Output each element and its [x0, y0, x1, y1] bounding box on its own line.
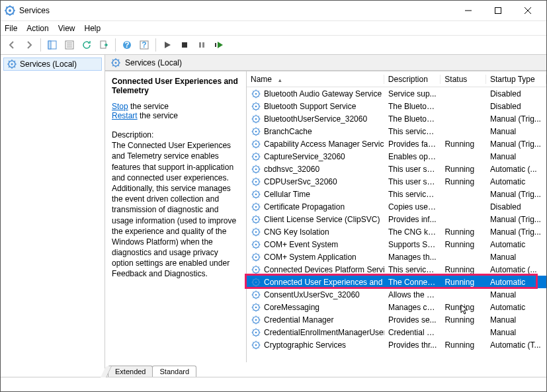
- table-row[interactable]: CNG Key IsolationThe CNG ke...RunningMan…: [247, 225, 546, 238]
- service-list: Name▴ Description Status Startup Type Bl…: [247, 71, 546, 362]
- tab-extended[interactable]: Extended: [108, 366, 153, 377]
- cell-name: CoreMessaging: [247, 302, 384, 313]
- table-row[interactable]: BranchCacheThis service ...Manual: [247, 125, 546, 137]
- cell-name: Client License Service (ClipSVC): [247, 214, 384, 225]
- cell-description: Manages co...: [384, 303, 441, 312]
- menu-file[interactable]: File: [5, 24, 17, 33]
- table-row[interactable]: BluetoothUserService_32060The Bluetoo...…: [247, 112, 546, 125]
- play-button[interactable]: [160, 38, 175, 52]
- table-row[interactable]: Capability Access Manager ServiceProvide…: [247, 137, 546, 150]
- pause-button[interactable]: [194, 38, 209, 52]
- service-icon: [251, 151, 261, 162]
- help2-button[interactable]: ?: [137, 38, 151, 52]
- tree-item-services-local[interactable]: Services (Local): [3, 58, 102, 71]
- restart-suffix: the service: [138, 111, 178, 120]
- cell-status: Running: [441, 340, 486, 350]
- stop-service-link[interactable]: Stop: [112, 102, 128, 111]
- cell-name: Cryptographic Services: [247, 340, 384, 350]
- table-row[interactable]: cbdhsvc_32060This user ser...RunningAuto…: [247, 163, 546, 175]
- stop-button[interactable]: [177, 38, 192, 52]
- table-row[interactable]: Bluetooth Audio Gateway ServiceService s…: [247, 87, 546, 100]
- table-row[interactable]: CaptureService_32060Enables opti...Manua…: [247, 150, 546, 163]
- cell-status: Running: [441, 278, 486, 287]
- cell-startup: Manual (Trig...: [486, 114, 546, 124]
- table-row[interactable]: Cellular TimeThis service ...Manual (Tri…: [247, 188, 546, 200]
- svg-point-38: [255, 206, 257, 208]
- cell-startup: Manual: [486, 290, 546, 299]
- cell-startup: Disabled: [486, 89, 546, 98]
- svg-rect-2: [495, 8, 501, 14]
- table-row[interactable]: COM+ System ApplicationManages th...Manu…: [247, 251, 546, 263]
- svg-rect-4: [48, 41, 51, 49]
- col-header-name[interactable]: Name▴: [247, 75, 384, 84]
- statusbar: [1, 377, 546, 391]
- cell-startup: Manual: [486, 253, 546, 262]
- cell-description: Manages th...: [384, 253, 441, 262]
- services-icon: [110, 58, 121, 68]
- close-button[interactable]: [513, 1, 542, 20]
- svg-point-42: [255, 231, 257, 233]
- table-row[interactable]: CredentialEnrollmentManagerUserSv...Cred…: [247, 326, 546, 338]
- menu-view[interactable]: View: [58, 24, 75, 33]
- menu-help[interactable]: Help: [85, 24, 101, 33]
- svg-point-20: [255, 93, 257, 95]
- cell-startup: Manual: [486, 315, 546, 325]
- svg-point-34: [255, 180, 257, 182]
- cell-name: Connected Devices Platform Service: [247, 264, 384, 275]
- properties-button[interactable]: [62, 38, 77, 52]
- svg-point-50: [255, 281, 257, 283]
- tabs: Extended Standard: [105, 362, 546, 377]
- maximize-button[interactable]: [483, 1, 513, 20]
- table-row[interactable]: CoreMessagingManages co...RunningAutomat…: [247, 301, 546, 313]
- cell-description: The Bluetoo...: [384, 114, 441, 124]
- export-button[interactable]: [97, 38, 111, 52]
- cell-startup: Automatic (T...: [486, 340, 546, 350]
- table-row[interactable]: ConsentUxUserSvc_32060Allows the s...Man…: [247, 288, 546, 301]
- list-body[interactable]: Bluetooth Audio Gateway ServiceService s…: [247, 87, 546, 362]
- restart-button[interactable]: [212, 38, 226, 52]
- col-header-status[interactable]: Status: [441, 75, 486, 84]
- table-row[interactable]: Cryptographic ServicesProvides thr...Run…: [247, 338, 546, 351]
- titlebar: Services: [1, 1, 546, 20]
- svg-point-30: [255, 155, 257, 157]
- table-row[interactable]: Certificate PropagationCopies user ...Di…: [247, 200, 546, 213]
- table-row[interactable]: COM+ Event SystemSupports Sy...RunningAu…: [247, 238, 546, 251]
- col-header-startup[interactable]: Startup Type: [486, 75, 546, 84]
- show-hide-tree-button[interactable]: [45, 38, 60, 52]
- cell-name: ConsentUxUserSvc_32060: [247, 290, 384, 300]
- cell-name: CNG Key Isolation: [247, 227, 384, 237]
- service-icon: [251, 126, 261, 137]
- cell-name: Cellular Time: [247, 189, 384, 200]
- main-header: Services (Local): [105, 55, 546, 71]
- svg-point-48: [255, 268, 257, 270]
- cell-startup: Automatic: [486, 303, 546, 312]
- table-row[interactable]: Bluetooth Support ServiceThe Bluetoo...D…: [247, 100, 546, 112]
- svg-rect-11: [182, 42, 187, 48]
- cell-name: Bluetooth Audio Gateway Service: [247, 89, 384, 99]
- table-row[interactable]: Client License Service (ClipSVC)Provides…: [247, 213, 546, 225]
- table-row[interactable]: CDPUserSvc_32060This user ser...RunningA…: [247, 175, 546, 188]
- menubar: File Action View Help: [1, 20, 546, 35]
- service-icon: [251, 302, 261, 313]
- desc-text: The Connected User Experiences and Telem…: [112, 140, 239, 279]
- refresh-button[interactable]: [79, 38, 94, 52]
- cell-description: The Bluetoo...: [384, 102, 441, 111]
- cell-startup: Automatic: [486, 240, 546, 249]
- table-row[interactable]: Connected Devices Platform ServiceThis s…: [247, 263, 546, 276]
- minimize-button[interactable]: [453, 1, 483, 20]
- restart-service-link[interactable]: Restart: [112, 111, 138, 120]
- forward-button[interactable]: [22, 38, 36, 52]
- col-header-description[interactable]: Description: [384, 75, 441, 84]
- back-button[interactable]: [5, 38, 19, 52]
- cell-status: Running: [441, 227, 486, 237]
- cell-name: Credential Manager: [247, 315, 384, 325]
- table-row[interactable]: Credential ManagerProvides se...RunningM…: [247, 313, 546, 326]
- help-button[interactable]: ?: [120, 38, 134, 52]
- table-row[interactable]: Connected User Experiences and Tele...Th…: [247, 276, 546, 288]
- tab-standard[interactable]: Standard: [152, 366, 196, 377]
- toolbar: ? ?: [1, 35, 546, 55]
- cell-startup: Manual: [486, 127, 546, 136]
- menu-action[interactable]: Action: [26, 24, 48, 33]
- service-icon: [251, 139, 261, 149]
- cell-description: Service sup...: [384, 89, 441, 98]
